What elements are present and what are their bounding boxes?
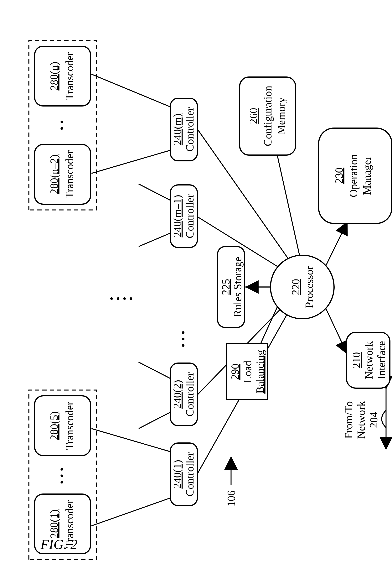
svg-line-10 (139, 362, 170, 378)
svg-text:Balancing: Balancing (254, 350, 266, 393)
svg-text:280(5): 280(5) (48, 411, 60, 440)
transcoder-n: 280(n)Transcoder (35, 46, 91, 106)
svg-text:Transcoder: Transcoder (63, 150, 76, 198)
processor: 220Processor (271, 255, 334, 319)
svg-text:290: 290 (229, 364, 241, 380)
svg-point-56 (271, 255, 334, 319)
controller-m-1: 240(m–1)Controller (170, 185, 197, 247)
svg-line-8 (91, 429, 170, 452)
svg-text:Network: Network (363, 341, 375, 379)
figure-label: FIG. 2 (40, 537, 78, 552)
svg-text:Controller: Controller (184, 372, 196, 417)
svg-text:Transcoder: Transcoder (63, 52, 76, 100)
svg-text:Configuration: Configuration (262, 86, 274, 146)
svg-text:Load: Load (242, 361, 254, 383)
svg-text:220: 220 (290, 279, 302, 295)
svg-text:230: 230 (333, 167, 345, 184)
svg-rect-27 (35, 144, 91, 204)
svg-rect-24 (35, 396, 91, 455)
ellipsis-dots: • • • (56, 468, 68, 484)
svg-text:240(m–1): 240(m–1) (171, 195, 183, 238)
svg-line-13 (91, 150, 170, 173)
svg-text:240(m): 240(m) (171, 114, 183, 145)
svg-line-11 (139, 233, 170, 246)
svg-line-9 (139, 412, 170, 429)
svg-text:225: 225 (220, 279, 232, 295)
svg-text:Interface: Interface (375, 341, 387, 379)
svg-text:280(1): 280(1) (48, 510, 60, 538)
load-balancing: 290LoadBalancing (226, 344, 268, 400)
svg-text:Controller: Controller (184, 107, 196, 152)
configuration-memory: 260ConfigurationMemory (240, 77, 295, 155)
ellipsis-dots: • • (56, 120, 68, 130)
operation-manager: 230OperationManager (319, 128, 392, 224)
svg-line-17 (323, 224, 347, 271)
transcoder-5: 280(5)Transcoder (35, 396, 91, 455)
svg-text:280(n–2): 280(n–2) (48, 154, 60, 194)
svg-text:Processor: Processor (303, 266, 315, 308)
svg-line-6 (277, 155, 302, 268)
svg-text:Controller: Controller (184, 452, 196, 496)
svg-line-14 (91, 74, 170, 107)
svg-rect-30 (35, 46, 91, 106)
svg-line-16 (323, 303, 347, 352)
svg-text:240(2): 240(2) (171, 380, 183, 409)
network-ref: 204 (368, 412, 380, 428)
diagram-canvas: 280(1)Transcoder • • • 280(5)Transcoder … (0, 0, 392, 574)
system-ref: 106 (225, 491, 237, 507)
svg-line-7 (91, 498, 170, 526)
network-interface: 210NetworkInterface (347, 332, 390, 388)
rules-storage: 225Rules Storage (217, 246, 245, 328)
svg-text:Controller: Controller (184, 194, 196, 238)
svg-text:280(n): 280(n) (48, 62, 60, 90)
transcoder-n-2: 280(n–2)Transcoder (35, 144, 91, 204)
svg-text:240(1): 240(1) (171, 460, 183, 489)
network-label-1: From/To (343, 401, 355, 439)
ellipsis-dots: • • • • (110, 293, 133, 305)
ellipsis-dots: • • • (177, 331, 189, 348)
svg-text:260: 260 (247, 108, 259, 124)
svg-text:Memory: Memory (275, 98, 287, 135)
svg-line-12 (139, 184, 170, 200)
svg-text:Manager: Manager (361, 156, 373, 195)
controller-2: 240(2)Controller (170, 363, 197, 426)
network-label-2: Network (355, 401, 367, 439)
svg-text:Rules Storage: Rules Storage (232, 257, 244, 317)
controller-1: 240(1)Controller (170, 443, 197, 506)
svg-text:Transcoder: Transcoder (63, 402, 76, 450)
network-curl (382, 410, 386, 428)
svg-text:210: 210 (351, 352, 362, 368)
svg-text:Operation: Operation (348, 154, 359, 197)
controller-m: 240(m)Controller (170, 98, 197, 161)
